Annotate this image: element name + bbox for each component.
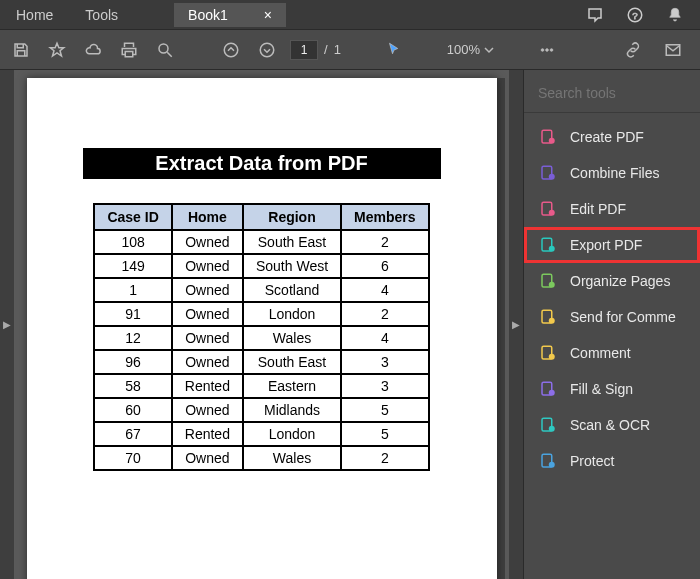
table-row: 96OwnedSouth East3 bbox=[94, 350, 428, 374]
tool-item-send-for-comme[interactable]: Send for Comme bbox=[524, 299, 700, 335]
expand-left-icon[interactable]: ▶ bbox=[3, 319, 11, 330]
save-icon[interactable] bbox=[8, 37, 34, 63]
table-row: 58RentedEastern3 bbox=[94, 374, 428, 398]
table-cell: 91 bbox=[94, 302, 171, 326]
page-total: 1 bbox=[334, 42, 341, 57]
close-icon[interactable]: × bbox=[264, 7, 272, 23]
left-nav-panel[interactable]: ▶ bbox=[0, 70, 14, 579]
tool-label: Protect bbox=[570, 453, 614, 469]
table-row: 91OwnedLondon2 bbox=[94, 302, 428, 326]
tool-label: Organize Pages bbox=[570, 273, 670, 289]
tool-icon bbox=[538, 415, 558, 435]
table-cell: Owned bbox=[172, 350, 243, 374]
search-icon[interactable] bbox=[152, 37, 178, 63]
table-cell: 58 bbox=[94, 374, 171, 398]
table-row: 12OwnedWales4 bbox=[94, 326, 428, 350]
table-cell: Rented bbox=[172, 374, 243, 398]
document-viewport[interactable]: Extract Data from PDF Case IDHomeRegionM… bbox=[14, 70, 509, 579]
tool-label: Export PDF bbox=[570, 237, 642, 253]
tool-icon bbox=[538, 127, 558, 147]
document-name: Book1 bbox=[188, 7, 228, 23]
table-row: 149OwnedSouth West6 bbox=[94, 254, 428, 278]
table-cell: 2 bbox=[341, 446, 428, 470]
table-cell: Rented bbox=[172, 422, 243, 446]
svg-point-29 bbox=[549, 462, 555, 468]
table-row: 60OwnedMidlands5 bbox=[94, 398, 428, 422]
tab-bar: Home Tools Book1 × ? bbox=[0, 0, 700, 30]
tool-item-comment[interactable]: Comment bbox=[524, 335, 700, 371]
tool-item-combine-files[interactable]: Combine Files bbox=[524, 155, 700, 191]
tool-icon bbox=[538, 163, 558, 183]
svg-point-7 bbox=[546, 48, 549, 51]
svg-point-2 bbox=[159, 44, 168, 53]
table-cell: Eastern bbox=[243, 374, 341, 398]
table-cell: Owned bbox=[172, 398, 243, 422]
select-tool-icon[interactable] bbox=[381, 37, 407, 63]
tool-item-scan-ocr[interactable]: Scan & OCR bbox=[524, 407, 700, 443]
tool-icon bbox=[538, 235, 558, 255]
tool-item-export-pdf[interactable]: Export PDF bbox=[524, 227, 700, 263]
page-indicator: / 1 bbox=[290, 40, 341, 60]
table-cell: 1 bbox=[94, 278, 171, 302]
table-row: 1OwnedScotland4 bbox=[94, 278, 428, 302]
table-cell: 12 bbox=[94, 326, 171, 350]
tool-item-create-pdf[interactable]: Create PDF bbox=[524, 119, 700, 155]
page-shadow bbox=[497, 78, 505, 579]
share-icon[interactable] bbox=[582, 2, 608, 28]
table-cell: 3 bbox=[341, 374, 428, 398]
table-cell: Owned bbox=[172, 230, 243, 254]
page-current-input[interactable] bbox=[290, 40, 318, 60]
tool-label: Fill & Sign bbox=[570, 381, 633, 397]
bell-icon[interactable] bbox=[662, 2, 688, 28]
table-cell: South East bbox=[243, 350, 341, 374]
cloud-icon[interactable] bbox=[80, 37, 106, 63]
right-collapse[interactable]: ▶ bbox=[509, 70, 523, 579]
zoom-value: 100% bbox=[447, 42, 480, 57]
tool-label: Send for Comme bbox=[570, 309, 676, 325]
table-cell: 5 bbox=[341, 422, 428, 446]
help-icon[interactable]: ? bbox=[622, 2, 648, 28]
star-icon[interactable] bbox=[44, 37, 70, 63]
table-header: Region bbox=[243, 204, 341, 230]
tool-icon bbox=[538, 379, 558, 399]
data-table: Case IDHomeRegionMembers 108OwnedSouth E… bbox=[93, 203, 429, 471]
tab-tools[interactable]: Tools bbox=[69, 1, 134, 29]
document-title: Extract Data from PDF bbox=[83, 148, 441, 179]
table-cell: South West bbox=[243, 254, 341, 278]
tools-panel: Create PDFCombine FilesEdit PDFExport PD… bbox=[523, 70, 700, 579]
table-cell: Owned bbox=[172, 326, 243, 350]
tab-home[interactable]: Home bbox=[0, 1, 69, 29]
page-down-icon[interactable] bbox=[254, 37, 280, 63]
tool-label: Comment bbox=[570, 345, 631, 361]
tool-item-organize-pages[interactable]: Organize Pages bbox=[524, 263, 700, 299]
table-cell: 4 bbox=[341, 326, 428, 350]
tool-item-protect[interactable]: Protect bbox=[524, 443, 700, 479]
search-tools-input[interactable] bbox=[538, 85, 690, 101]
table-cell: Owned bbox=[172, 278, 243, 302]
print-icon[interactable] bbox=[116, 37, 142, 63]
svg-point-25 bbox=[549, 390, 555, 396]
more-icon[interactable] bbox=[534, 37, 560, 63]
tool-item-fill-sign[interactable]: Fill & Sign bbox=[524, 371, 700, 407]
table-cell: 96 bbox=[94, 350, 171, 374]
table-cell: 149 bbox=[94, 254, 171, 278]
zoom-control[interactable]: 100% bbox=[447, 42, 494, 57]
tool-label: Create PDF bbox=[570, 129, 644, 145]
tool-label: Edit PDF bbox=[570, 201, 626, 217]
svg-text:?: ? bbox=[632, 9, 638, 20]
table-cell: Wales bbox=[243, 446, 341, 470]
svg-point-19 bbox=[549, 282, 555, 288]
table-header: Case ID bbox=[94, 204, 171, 230]
page-up-icon[interactable] bbox=[218, 37, 244, 63]
link-icon[interactable] bbox=[620, 37, 646, 63]
table-cell: Midlands bbox=[243, 398, 341, 422]
table-cell: 4 bbox=[341, 278, 428, 302]
expand-right-icon[interactable]: ▶ bbox=[512, 319, 520, 330]
tool-item-edit-pdf[interactable]: Edit PDF bbox=[524, 191, 700, 227]
svg-point-15 bbox=[549, 210, 555, 216]
table-header: Home bbox=[172, 204, 243, 230]
table-cell: Scotland bbox=[243, 278, 341, 302]
document-tab[interactable]: Book1 × bbox=[174, 3, 286, 27]
email-icon[interactable] bbox=[660, 37, 686, 63]
table-cell: London bbox=[243, 302, 341, 326]
